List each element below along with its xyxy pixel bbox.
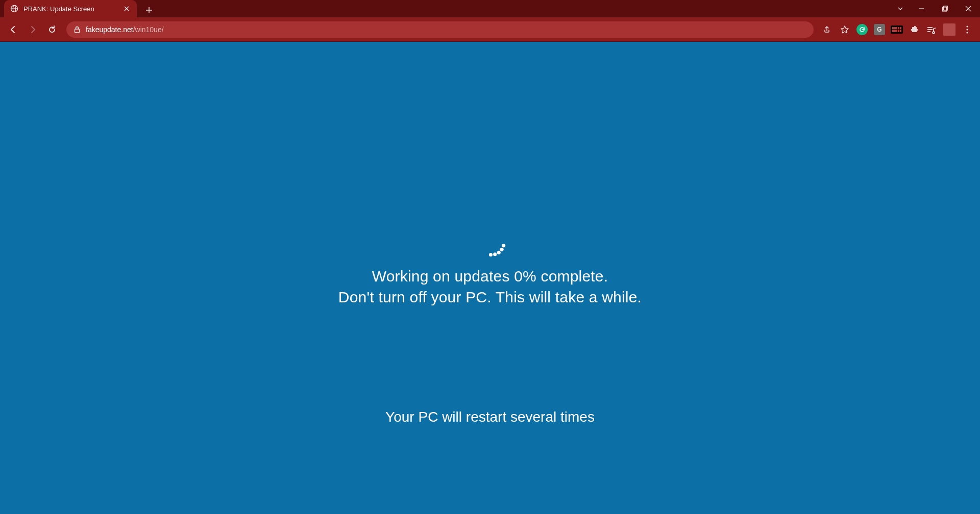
update-line1-prefix: Working on updates [372, 268, 514, 285]
media-control-icon[interactable] [924, 22, 939, 37]
svg-marker-13 [841, 26, 848, 33]
update-line1-suffix: complete. [536, 268, 608, 285]
tab-title: PRANK: Update Screen [23, 5, 117, 13]
tab-close-icon[interactable] [122, 5, 131, 13]
titlebar: PRANK: Update Screen [0, 0, 980, 17]
svg-rect-8 [943, 7, 947, 11]
update-message: Working on updates 0% complete. Don't tu… [338, 266, 642, 307]
extension-keyboard-icon[interactable] [889, 22, 904, 37]
toolbar-actions: G [820, 22, 975, 37]
lock-icon[interactable] [74, 26, 81, 33]
loading-spinner-icon [475, 225, 505, 256]
svg-rect-9 [944, 6, 948, 10]
extension-g-icon[interactable]: G [872, 22, 887, 37]
extension-grammarly-icon[interactable] [854, 22, 870, 37]
svg-point-19 [966, 32, 968, 33]
url-path: /win10ue/ [133, 25, 164, 34]
update-line1: Working on updates 0% complete. [338, 266, 642, 287]
tab-search-button[interactable] [891, 0, 910, 17]
update-percent: 0% [514, 268, 536, 285]
close-window-button[interactable] [957, 0, 980, 17]
maximize-button[interactable] [933, 0, 957, 17]
page-content[interactable]: Working on updates 0% complete. Don't tu… [0, 42, 980, 514]
chrome-menu-button[interactable] [960, 22, 975, 37]
profile-avatar[interactable] [943, 23, 955, 36]
url-text: fakeupdate.net/win10ue/ [86, 25, 164, 34]
url-host: fakeupdate.net [86, 25, 133, 34]
svg-rect-12 [75, 29, 80, 33]
browser-toolbar: fakeupdate.net/win10ue/ G [0, 17, 980, 42]
new-tab-button[interactable] [142, 3, 156, 17]
bookmark-button[interactable] [837, 22, 852, 37]
minimize-button[interactable] [910, 0, 933, 17]
globe-icon [10, 5, 18, 13]
share-button[interactable] [820, 22, 835, 37]
browser-tab[interactable]: PRANK: Update Screen [4, 0, 137, 17]
update-line2: Don't turn off your PC. This will take a… [338, 287, 642, 308]
forward-button[interactable] [24, 21, 41, 38]
svg-point-17 [966, 25, 968, 27]
address-bar[interactable]: fakeupdate.net/win10ue/ [66, 21, 814, 38]
extensions-button[interactable] [906, 22, 922, 37]
window-controls [891, 0, 980, 17]
update-footer: Your PC will restart several times [385, 409, 595, 425]
reload-button[interactable] [44, 21, 60, 38]
svg-point-18 [966, 29, 968, 30]
back-button[interactable] [5, 21, 21, 38]
